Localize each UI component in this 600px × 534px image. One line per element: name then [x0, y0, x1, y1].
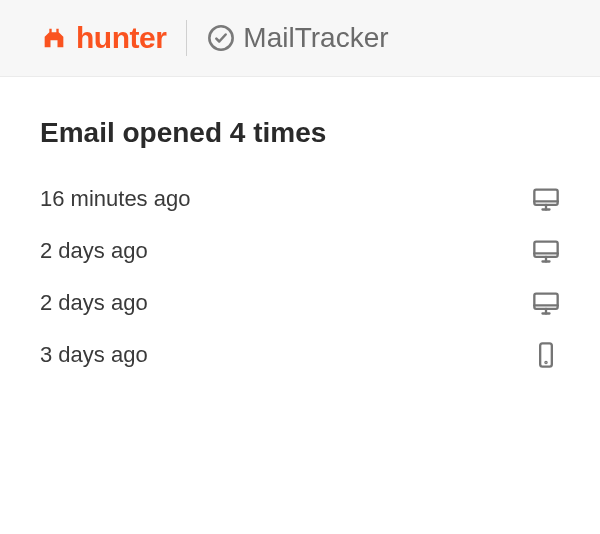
product-label: MailTracker	[207, 22, 388, 54]
svg-rect-5	[534, 242, 557, 257]
opens-list: 16 minutes ago 2 days ago	[40, 185, 560, 369]
brand-logo: hunter	[40, 21, 166, 55]
open-event-time: 3 days ago	[40, 342, 148, 368]
open-event-time: 2 days ago	[40, 238, 148, 264]
open-event-row: 16 minutes ago	[40, 185, 560, 213]
brand-name: hunter	[76, 21, 166, 55]
svg-rect-9	[534, 294, 557, 309]
mobile-icon	[532, 341, 560, 369]
desktop-icon	[532, 289, 560, 317]
header: hunter MailTracker	[0, 0, 600, 77]
product-name: MailTracker	[243, 22, 388, 54]
open-event-row: 2 days ago	[40, 289, 560, 317]
open-event-time: 2 days ago	[40, 290, 148, 316]
checkmark-circle-icon	[207, 24, 235, 52]
open-event-row: 2 days ago	[40, 237, 560, 265]
page-title: Email opened 4 times	[40, 117, 560, 149]
open-event-time: 16 minutes ago	[40, 186, 190, 212]
desktop-icon	[532, 237, 560, 265]
open-event-row: 3 days ago	[40, 341, 560, 369]
desktop-icon	[532, 185, 560, 213]
content: Email opened 4 times 16 minutes ago 2 da…	[0, 77, 600, 369]
svg-point-14	[545, 362, 546, 363]
svg-rect-1	[534, 190, 557, 205]
hunter-logo-icon	[40, 24, 68, 52]
header-divider	[186, 20, 187, 56]
